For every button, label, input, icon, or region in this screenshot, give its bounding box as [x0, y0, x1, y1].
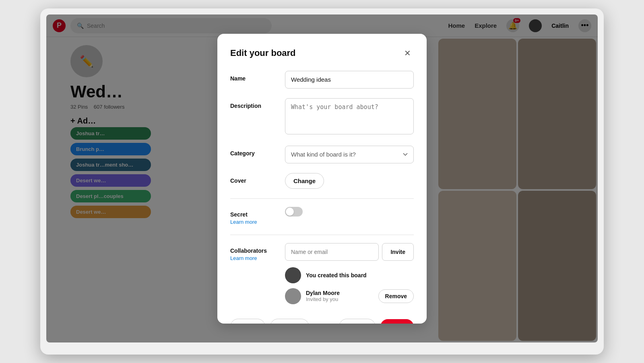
collaborator-avatar: [285, 288, 301, 304]
description-label: Description: [230, 103, 261, 109]
secret-label: Secret: [230, 211, 248, 218]
category-label: Category: [230, 150, 255, 157]
change-cover-button[interactable]: Change: [285, 173, 324, 189]
modal-footer: Delete Archive Cancel Save: [230, 319, 414, 324]
cancel-button[interactable]: Cancel: [339, 319, 376, 324]
creator-person: You created this board: [285, 267, 414, 283]
collaborators-label-col: Collaborators Learn more: [230, 243, 279, 261]
modal-header: Edit your board ✕: [230, 47, 414, 60]
secret-row: Secret Learn more: [230, 207, 414, 225]
creator-label: You created this board: [306, 272, 414, 278]
name-input[interactable]: [285, 71, 414, 89]
remove-collaborator-button[interactable]: Remove: [378, 289, 414, 303]
divider-2: [230, 235, 414, 235]
collaborators-control: Invite You created this board: [285, 243, 414, 309]
category-select[interactable]: What kind of board is it? Art Design Fas…: [285, 146, 414, 163]
description-input[interactable]: [285, 98, 414, 134]
collaborator-input-row: Invite: [285, 243, 414, 261]
laptop-frame: P 🔍 Search Home Explore 🔔 9+ Caitlin •••: [40, 8, 604, 355]
name-control: [285, 71, 414, 89]
collaborator-name-input[interactable]: [285, 243, 379, 261]
archive-button[interactable]: Archive: [270, 319, 309, 324]
delete-button[interactable]: Delete: [230, 319, 265, 324]
secret-learn-more-link[interactable]: Learn more: [230, 219, 279, 225]
invite-button[interactable]: Invite: [382, 243, 414, 261]
name-row: Name: [230, 71, 414, 89]
collaborator-info: Dylan Moore Invited by you: [306, 290, 374, 302]
cover-label: Cover: [230, 177, 246, 184]
secret-toggle[interactable]: [285, 207, 303, 217]
collaborator-person: Dylan Moore Invited by you Remove: [285, 288, 414, 304]
category-row: Category What kind of board is it? Art D…: [230, 146, 414, 163]
secret-label-col: Secret Learn more: [230, 207, 279, 225]
name-label: Name: [230, 75, 246, 82]
divider-1: [230, 198, 414, 199]
cover-row: Cover Change: [230, 173, 414, 189]
category-control: What kind of board is it? Art Design Fas…: [285, 146, 414, 163]
collaborators-row: Collaborators Learn more Invite You cr: [230, 243, 414, 309]
category-label-col: Category: [230, 146, 279, 157]
collaborators-label: Collaborators: [230, 248, 267, 254]
collaborator-sub: Invited by you: [306, 296, 374, 302]
edit-board-modal: Edit your board ✕ Name Description: [217, 34, 427, 324]
description-row: Description: [230, 98, 414, 136]
modal-overlay[interactable]: Edit your board ✕ Name Description: [46, 14, 598, 342]
creator-info: You created this board: [306, 272, 414, 278]
save-button[interactable]: Save: [380, 319, 414, 324]
cover-label-col: Cover: [230, 173, 279, 184]
modal-title: Edit your board: [230, 48, 296, 58]
description-label-col: Description: [230, 98, 279, 109]
close-button[interactable]: ✕: [401, 47, 414, 60]
collaborator-name: Dylan Moore: [306, 290, 374, 296]
description-control: [285, 98, 414, 136]
secret-control: [285, 207, 414, 217]
creator-avatar: [285, 267, 301, 283]
collaborators-learn-more-link[interactable]: Learn more: [230, 255, 279, 261]
screen: P 🔍 Search Home Explore 🔔 9+ Caitlin •••: [46, 14, 598, 342]
name-label-col: Name: [230, 71, 279, 82]
toggle-knob: [286, 208, 294, 216]
cover-control: Change: [285, 173, 414, 189]
